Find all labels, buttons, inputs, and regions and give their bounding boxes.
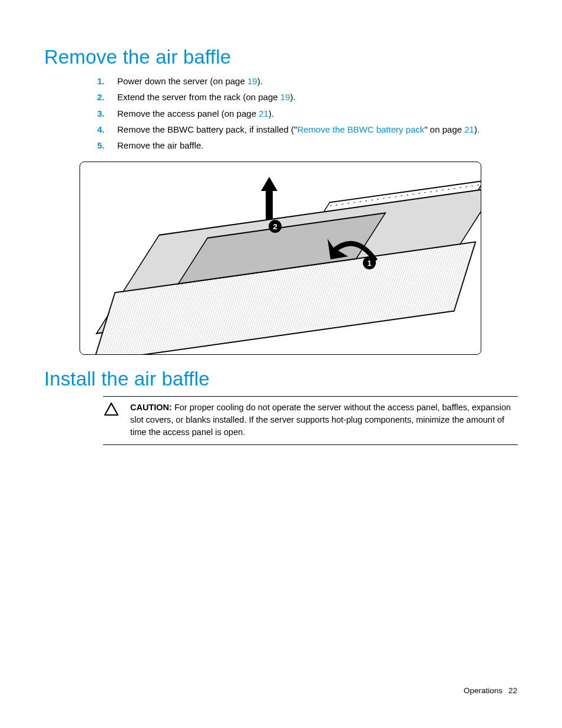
caution-label: CAUTION: <box>130 403 172 412</box>
page-link[interactable]: 19 <box>280 92 290 102</box>
step-text: Extend the server from the rack (on page <box>117 92 280 102</box>
heading-remove-air-baffle: Remove the air baffle <box>44 46 518 68</box>
remove-steps-list: Power down the server (on page 19). Exte… <box>97 74 518 152</box>
arrow-up-icon <box>260 177 279 224</box>
page-footer: Operations22 <box>464 686 517 695</box>
step-3: Remove the access panel (on page 21). <box>97 107 518 120</box>
step-text-post: ). <box>257 76 263 86</box>
heading-install-air-baffle: Install the air baffle <box>44 368 518 390</box>
footer-page-number: 22 <box>508 686 517 695</box>
topic-link[interactable]: Remove the BBWC battery pack <box>297 124 424 134</box>
step-text-mid: " on page <box>424 124 464 134</box>
step-text-post: ). <box>290 92 296 102</box>
page-link[interactable]: 19 <box>247 76 257 86</box>
page-link[interactable]: 21 <box>259 108 269 118</box>
step-5: Remove the air baffle. <box>97 139 518 152</box>
footer-chapter: Operations <box>464 686 503 695</box>
step-text: Remove the access panel (on page <box>117 108 259 118</box>
air-baffle-diagram: 1 2 <box>80 162 481 355</box>
step-4: Remove the BBWC battery pack, if install… <box>97 123 518 136</box>
step-1: Power down the server (on page 19). <box>97 74 518 88</box>
page-link[interactable]: 21 <box>464 124 474 134</box>
step-text: Remove the air baffle. <box>117 140 203 150</box>
caution-triangle-icon <box>104 403 118 416</box>
step-text-post: ). <box>269 108 274 118</box>
caution-box: CAUTION: For proper cooling do not opera… <box>103 396 518 445</box>
caution-body: For proper cooling do not operate the se… <box>130 403 511 437</box>
step-text: Power down the server (on page <box>117 76 247 86</box>
step-text-post: ). <box>474 124 480 134</box>
step-text: Remove the BBWC battery pack, if install… <box>117 124 297 134</box>
caution-text: CAUTION: For proper cooling do not opera… <box>130 401 518 439</box>
step-2: Extend the server from the rack (on page… <box>97 90 518 104</box>
